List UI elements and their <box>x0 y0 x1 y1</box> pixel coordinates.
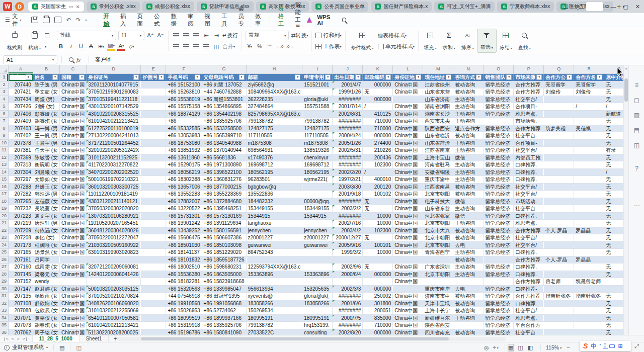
merge-cells-button[interactable]: 合并▾ <box>222 42 235 51</box>
cell[interactable]: 四川省南充 <box>423 329 453 335</box>
cell[interactable]: 无 <box>604 234 623 242</box>
cell[interactable]: 无 <box>604 161 623 169</box>
column-header-L[interactable]: L <box>393 65 423 73</box>
cell[interactable]: 留学总经济 <box>484 191 514 198</box>
cell[interactable]: 207173 <box>9 241 33 249</box>
page-layout-view-icon[interactable]: ◫ <box>518 344 523 351</box>
cell[interactable]: 吕同学 <box>33 256 59 263</box>
cell[interactable]: 包欣辰 (女 <box>33 307 59 315</box>
row-header-2[interactable]: 2 <box>0 81 9 89</box>
cell[interactable] <box>302 183 333 191</box>
filter-dropdown-icon[interactable]: ▾ <box>476 74 481 80</box>
cell[interactable]: China中国 <box>60 118 87 125</box>
cell[interactable]: 无 <box>363 234 393 242</box>
increase-decimal-icon[interactable]: ←.0 <box>276 42 284 51</box>
cell[interactable]: 610104200212213421 <box>87 118 141 125</box>
cell[interactable]: 胡春琪 (女 <box>33 322 59 329</box>
cell[interactable]: 合作方推荐 <box>514 293 544 300</box>
cell[interactable] <box>604 256 623 263</box>
cell[interactable]: 主动咨询 <box>453 168 484 176</box>
cell[interactable]: 留学总经济 <box>484 241 514 249</box>
cell[interactable]: 320721200209060081 <box>87 263 141 271</box>
cell[interactable] <box>141 176 166 184</box>
cell[interactable]: +86 15320563 <box>166 285 202 293</box>
cell[interactable]: 山东省临沂 <box>423 132 453 140</box>
cell[interactable] <box>574 329 604 335</box>
cell[interactable]: China中国 <box>393 103 423 111</box>
cell[interactable]: +44 07546918 <box>166 293 202 300</box>
filter-header-cell[interactable]: 合作方公▾ <box>544 73 574 81</box>
cell[interactable]: / <box>363 168 393 176</box>
cell[interactable]: +86 18141137 <box>166 249 202 256</box>
cell[interactable] <box>574 271 604 278</box>
cell[interactable]: +86 13220522 <box>166 205 202 213</box>
cell[interactable]: China中国 <box>393 168 423 176</box>
cell[interactable]: 183058266 <box>302 300 333 307</box>
cell[interactable]: 社交平台 <box>514 329 544 335</box>
cell[interactable]: 180995191 <box>302 314 333 322</box>
filter-dropdown-icon[interactable]: ▾ <box>355 74 361 80</box>
filter-header-cell[interactable]: 合作方名▾ <box>574 73 604 81</box>
cell[interactable]: 口碑推荐. <box>514 176 544 184</box>
cell-style-button[interactable]: 单元格样式▾ <box>378 42 415 51</box>
cell[interactable]: 430102200208315525 <box>87 110 141 118</box>
cell[interactable]: 梁馨元 (女 <box>33 271 59 278</box>
cell[interactable]: 000000 <box>363 96 393 103</box>
cell[interactable]: 2000/7/5 <box>333 314 363 322</box>
cell[interactable]: 平台合作方 <box>514 322 544 329</box>
paste-button[interactable]: 粘贴▾ <box>25 29 44 53</box>
cell[interactable]: 无 <box>363 263 393 271</box>
number-format-select[interactable]: 常规▾ <box>246 31 289 40</box>
copy-icon[interactable] <box>45 33 49 38</box>
cell[interactable]: 511302200208200025 <box>87 329 141 335</box>
cell[interactable]: 102300 <box>363 161 393 169</box>
cell[interactable]: China中国 <box>60 125 87 132</box>
cell[interactable]: 130703200106280921 <box>87 212 141 220</box>
column-header-M[interactable]: M <box>423 65 453 73</box>
cell[interactable] <box>544 132 574 140</box>
row-header-8[interactable]: 8 <box>0 125 9 132</box>
cell[interactable] <box>544 96 574 103</box>
cell[interactable] <box>544 205 574 213</box>
cell[interactable]: 被动咨询 <box>453 81 484 89</box>
cell[interactable]: 留学总经济 <box>484 322 514 329</box>
filter-header-cell[interactable]: 客户id▾ <box>9 73 33 81</box>
cell[interactable]: 207304 <box>9 168 33 176</box>
cell[interactable]: 陕西省西安 <box>423 322 453 329</box>
cell[interactable]: ######## <box>333 118 363 125</box>
cell[interactable]: 主动咨询 <box>453 118 484 125</box>
cell[interactable]: 口碑推荐. <box>514 263 544 271</box>
cell[interactable]: 340702200202202520 <box>87 168 141 176</box>
cell[interactable]: z20001227 <box>302 234 333 242</box>
cell[interactable]: 1997/2/21 <box>333 176 363 184</box>
cell[interactable]: China中国 <box>393 147 423 154</box>
cell[interactable]: 吴佳祺 <box>574 125 604 132</box>
cell[interactable]: China中国 <box>60 103 87 111</box>
cell[interactable]: 有录 <box>604 147 623 154</box>
filter-dropdown-icon[interactable]: ▾ <box>52 74 58 80</box>
scroll-up-arrow-icon[interactable]: ▲ <box>624 65 628 71</box>
cell[interactable]: China中国 <box>393 139 423 147</box>
cell[interactable]: 825798695XXX@163.c <box>246 110 302 118</box>
filter-header-cell[interactable]: 国籍▾ <box>60 73 87 81</box>
outline-icon[interactable]: ◫ <box>76 344 81 351</box>
fill-button[interactable]: 填充▾ <box>421 29 440 53</box>
cell[interactable]: +86 田冠华1395 <box>202 293 246 300</box>
cell[interactable]: +86 15606475 <box>166 234 202 242</box>
cell[interactable]: 亮哥留学 <box>544 81 574 89</box>
cell[interactable]: 207421 <box>9 89 33 96</box>
filter-header-cell[interactable]: 身份证地▾ <box>393 73 423 81</box>
cell[interactable]: 山东省东营 <box>423 89 453 96</box>
cell[interactable]: 864752343 <box>246 249 302 256</box>
selection-mode-icon[interactable]: ⌖ <box>493 344 496 351</box>
cell[interactable] <box>141 103 166 111</box>
cell[interactable]: 207145 <box>9 271 33 278</box>
cell[interactable] <box>574 300 604 307</box>
cell[interactable]: China中国 <box>60 154 87 161</box>
cell[interactable]: 310113200211152925 <box>87 154 141 161</box>
cell[interactable]: 2002/5/31 <box>333 147 363 154</box>
filter-dropdown-icon[interactable]: ▾ <box>506 74 512 80</box>
cell[interactable]: 口碑推荐. <box>514 161 544 169</box>
vertical-scrollbar-thumb[interactable] <box>624 78 628 102</box>
cell[interactable]: China中国 <box>393 241 423 249</box>
